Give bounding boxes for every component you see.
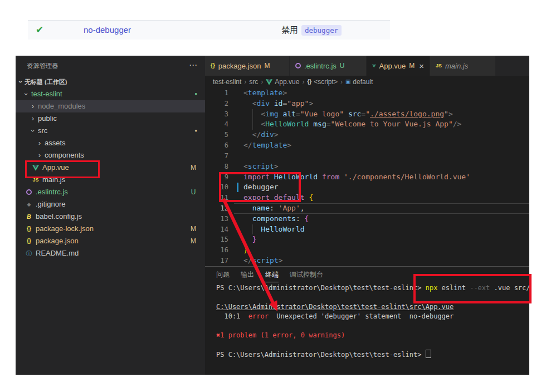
code-line-8: 8<script> <box>205 161 529 172</box>
git-status-badge: M <box>188 235 198 247</box>
chevron-right-icon: › <box>30 112 36 125</box>
babel-icon: B <box>27 214 31 220</box>
tree-item-test-eslint[interactable]: ›test-eslint● <box>16 88 205 100</box>
breadcrumb-separator: › <box>244 78 246 86</box>
tree-item-README.md[interactable]: ⓘREADME.md <box>16 247 205 259</box>
breadcrumb-item[interactable]: test-eslint <box>213 78 241 86</box>
panel-tab-问题[interactable]: 问题 <box>216 270 230 280</box>
tree-item-babel.config.js[interactable]: Bbabel.config.js <box>16 210 205 223</box>
gitignore-icon: ◆ <box>27 202 31 207</box>
tree-item-label: package-lock.json <box>36 223 94 235</box>
code-line-10: 10debugger <box>205 182 529 193</box>
more-actions-icon[interactable]: ⋯ <box>189 56 197 75</box>
tree-item-.gitignore[interactable]: ◆.gitignore <box>16 198 205 210</box>
line-number: 8 <box>205 161 228 172</box>
line-number: 5 <box>205 130 228 140</box>
json-icon: {} <box>211 63 215 68</box>
git-status-badge: M <box>188 223 198 235</box>
panel-tab-输出[interactable]: 输出 <box>241 270 254 280</box>
terminal-line <box>216 293 527 302</box>
panel-tab-调试控制台[interactable]: 调试控制台 <box>290 270 323 280</box>
tab-label: package.json <box>218 62 261 70</box>
tab-.eslintrc.js[interactable]: .eslintrc.jsU <box>290 56 367 76</box>
tree-item-node-modules[interactable]: ›node_modules <box>16 100 205 112</box>
breadcrumb-item[interactable]: src <box>249 78 258 86</box>
tree-item-label: src <box>38 125 47 137</box>
code-line-11: 11export default { <box>205 193 529 203</box>
tree-item-label: main.js <box>42 174 65 186</box>
terminal-file-link[interactable]: C:\Users\Administrator\Desktop\test\test… <box>216 303 454 311</box>
tab-App.vue[interactable]: App.vueM× <box>367 56 430 76</box>
tree-item-label: assets <box>45 137 66 149</box>
breadcrumb-item-label: src <box>249 78 258 86</box>
line-number: 7 <box>205 151 228 161</box>
json-icon: {} <box>27 226 31 232</box>
line-number: 12 <box>205 203 228 214</box>
line-number: 17 <box>205 256 228 266</box>
terminal-line: 10:1 error Unexpected 'debugger' stateme… <box>216 312 527 321</box>
tree-item-label: node_modules <box>38 100 85 112</box>
braces-icon: {} <box>307 79 311 85</box>
tab-label: App.vue <box>379 62 406 70</box>
line-number: 16 <box>205 245 228 256</box>
code-line-3: 3 <img alt="Vue logo" src="./assets/logo… <box>205 109 529 120</box>
js-icon: JS <box>436 63 442 68</box>
code-line-12: 12 name: 'App', <box>205 203 529 214</box>
tree-item-label: test-eslint <box>31 88 62 100</box>
chevron-right-icon: › <box>30 100 36 112</box>
tree-item-label: README.md <box>36 247 79 259</box>
tree-item-public[interactable]: ›public <box>16 112 205 125</box>
terminal-output[interactable]: PS C:\Users\Administrator\Desktop\test\t… <box>216 283 527 375</box>
panel-tab-终端[interactable]: 终端 <box>265 270 279 280</box>
terminal-line <box>216 321 527 331</box>
line-number: 4 <box>205 119 228 130</box>
workspace-section-header[interactable]: › 无标题 (工作区) <box>16 76 205 88</box>
tree-item-label: .gitignore <box>36 198 65 210</box>
rule-link[interactable]: no-debugger <box>84 21 131 40</box>
tree-item-package.json[interactable]: {}package.jsonM <box>16 235 205 247</box>
vscode-window: 资源管理器 ⋯ › 无标题 (工作区) ›test-eslint●›node_m… <box>16 56 529 375</box>
git-status-dot: ● <box>194 125 197 137</box>
tree-item-main.js[interactable]: JSmain.js <box>16 174 205 186</box>
bottom-panel: 问题输出终端调试控制台 PS C:\Users\Administrator\De… <box>205 266 529 375</box>
tab-package.json[interactable]: {}package.jsonM <box>205 56 290 76</box>
code-line-6: 6</template> <box>205 140 529 151</box>
line-number: 13 <box>205 214 228 224</box>
breadcrumb-item-label: <script> <box>314 78 338 86</box>
tree-item-package-lock.json[interactable]: {}package-lock.jsonM <box>16 223 205 235</box>
breadcrumb-item[interactable]: App.vue <box>266 78 299 86</box>
line-number: 9 <box>205 172 228 183</box>
tree-item-label: babel.config.js <box>36 210 82 223</box>
eslint-icon <box>295 63 301 68</box>
rule-description-code: debugger <box>301 25 342 36</box>
tab-label: .eslintrc.js <box>304 62 337 70</box>
git-modified-gutter-indicator <box>237 183 238 192</box>
chevron-right-icon: › <box>37 137 42 149</box>
terminal-line: ✖1 problem (1 error, 0 warnings) <box>216 331 527 340</box>
code-editor[interactable]: 1<template>2 <div id="app">3 <img alt="V… <box>205 88 529 266</box>
breadcrumb-item[interactable]: {}<script> <box>307 78 337 86</box>
editor-group: {}package.jsonM.eslintrc.jsUApp.vueM×JSm… <box>205 56 529 375</box>
line-number: 14 <box>205 224 228 235</box>
panel-tab-bar: 问题输出终端调试控制台 <box>216 267 323 282</box>
tree-item-components[interactable]: ›components <box>16 149 205 161</box>
tree-item-src[interactable]: ›src● <box>16 125 205 137</box>
workspace-label: 无标题 (工作区) <box>25 76 67 88</box>
terminal-line <box>216 340 527 350</box>
tree-item-App.vue[interactable]: App.vueM <box>16 161 205 174</box>
line-number: 2 <box>205 99 228 109</box>
chevron-down-icon: › <box>27 128 39 134</box>
line-number: 11 <box>205 193 228 203</box>
close-icon[interactable]: × <box>419 61 424 71</box>
tab-main.js[interactable]: JSmain.js <box>430 56 496 76</box>
code-line-1: 1<template> <box>205 88 529 99</box>
screenshot-root: ✔ no-debugger 禁用debugger 资源管理器 ⋯ › 无标题 (… <box>0 0 546 392</box>
code-line-4: 4 <HelloWorld msg="Welcome to Your Vue.j… <box>205 119 529 130</box>
breadcrumb-item[interactable]: ▣default <box>345 78 373 86</box>
tree-item-.eslintrc.js[interactable]: .eslintrc.jsU <box>16 186 205 198</box>
terminal-line: PS C:\Users\Administrator\Desktop\test\t… <box>216 283 527 293</box>
rule-description-text: 禁用 <box>281 25 298 35</box>
tree-item-assets[interactable]: ›assets <box>16 137 205 149</box>
code-line-9: 9import HelloWorld from './components/He… <box>205 172 529 183</box>
explorer-sidebar: 资源管理器 ⋯ › 无标题 (工作区) ›test-eslint●›node_m… <box>16 56 205 375</box>
